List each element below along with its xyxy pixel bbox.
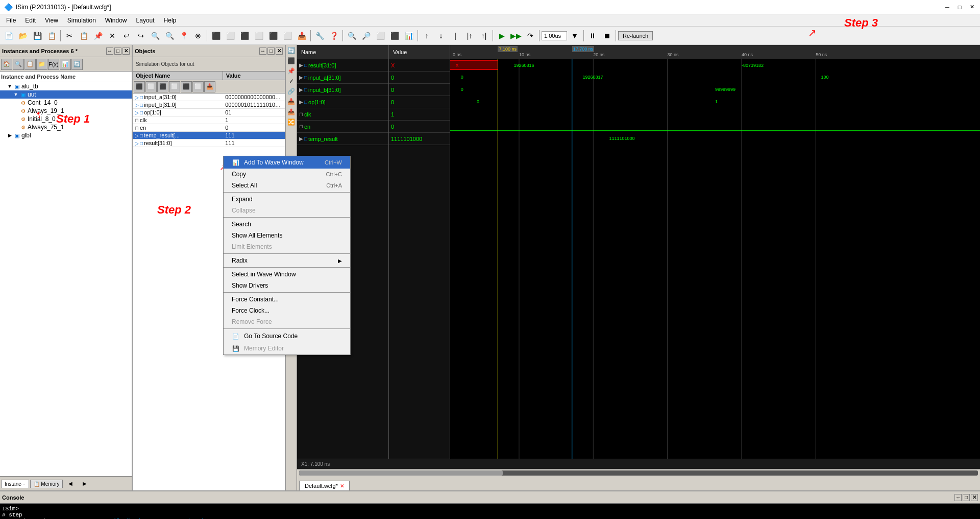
- zoom-sel[interactable]: ⬛: [388, 29, 401, 42]
- wave-tool6[interactable]: ⬜: [281, 29, 294, 42]
- instances-close-button[interactable]: ✕: [122, 48, 130, 55]
- inst-tool1[interactable]: 🏠: [1, 59, 12, 70]
- ctx-item-force-const[interactable]: Force Constant...: [224, 294, 350, 305]
- obj-tool3[interactable]: ⬛: [157, 81, 168, 92]
- ctx-item-expand[interactable]: Expand: [224, 194, 350, 205]
- undo-button[interactable]: ↩: [120, 29, 133, 42]
- wave-tool7[interactable]: 📥: [295, 29, 308, 42]
- wave-tool1[interactable]: ⬛: [209, 29, 223, 42]
- tab-memory[interactable]: 📋 Memory: [30, 480, 63, 488]
- nav-next[interactable]: ▶: [78, 477, 91, 490]
- obj-tool1[interactable]: ⬛: [134, 81, 145, 92]
- side-icon-4[interactable]: ✓: [287, 77, 296, 86]
- menu-help[interactable]: Help: [160, 16, 181, 25]
- ctx-item-search[interactable]: Search: [224, 219, 350, 230]
- inst-tool6[interactable]: 📊: [60, 59, 71, 70]
- objects-float-button[interactable]: ↔: [259, 48, 266, 55]
- instances-float-button[interactable]: ↔: [106, 48, 113, 55]
- menu-file[interactable]: File: [2, 16, 20, 25]
- side-icon-5[interactable]: 🔗: [287, 87, 296, 96]
- obj-row-input_a[interactable]: ▷ □ input_a[31:0] 00000000000000000...: [133, 93, 285, 101]
- console-max-button[interactable]: □: [963, 494, 970, 501]
- tab-instances[interactable]: Instanc···: [1, 480, 29, 488]
- inst-tool2[interactable]: 🔍: [13, 59, 24, 70]
- ctx-item-show-drivers[interactable]: Show Drivers: [224, 280, 350, 291]
- delete-button[interactable]: ✕: [106, 29, 119, 42]
- find-button[interactable]: 🔍: [149, 29, 162, 42]
- scrollbar-thumb[interactable]: [299, 470, 503, 476]
- zoom-in[interactable]: 🔍: [345, 29, 358, 42]
- obj-row-result[interactable]: ▷ □ result[31:0] 111: [133, 139, 285, 147]
- obj-tool6[interactable]: ⬜: [192, 81, 204, 92]
- open-button[interactable]: 📂: [16, 29, 30, 42]
- cut-button[interactable]: ✂: [63, 29, 76, 42]
- inst-tool5[interactable]: F(x): [48, 59, 59, 70]
- obj-row-input_b[interactable]: ▷ □ input_b[31:0] 00000010111110101...: [133, 101, 285, 109]
- obj-tool5[interactable]: ⬛: [181, 81, 192, 92]
- side-icon-1[interactable]: 🔄: [287, 46, 296, 55]
- tree-item-initial_8_0[interactable]: ⚙ Initial_8_0: [0, 115, 132, 123]
- expand-icon-alu_tb[interactable]: ▼: [7, 84, 12, 89]
- expand-icon-glbl[interactable]: ▶: [7, 133, 12, 138]
- wave-tool2[interactable]: ⬜: [224, 29, 237, 42]
- nav-prev[interactable]: ◀: [64, 477, 77, 490]
- ctx-item-select-all[interactable]: Select All Ctrl+A: [224, 180, 350, 191]
- menu-layout[interactable]: Layout: [132, 16, 159, 25]
- instances-max-button[interactable]: □: [114, 48, 121, 55]
- run-button[interactable]: ▶▶: [509, 29, 523, 42]
- pause-button[interactable]: ⏸: [586, 29, 599, 42]
- file-tab-close[interactable]: ✕: [340, 483, 344, 489]
- ctx-item-select-wave[interactable]: Select in Wave Window: [224, 269, 350, 280]
- minimize-button[interactable]: ─: [943, 3, 951, 11]
- menu-window[interactable]: Window: [101, 16, 131, 25]
- sig-expand-input_b[interactable]: ▶: [299, 87, 303, 92]
- sim-tool2[interactable]: ❓: [327, 29, 340, 42]
- console-controls[interactable]: ↔ □ ✕: [954, 494, 978, 501]
- menu-simulation[interactable]: Simulation: [63, 16, 100, 25]
- ctx-item-add-to-wave[interactable]: 📊 Add To Wave Window Ctrl+W: [224, 156, 350, 169]
- close-button[interactable]: ✕: [968, 3, 976, 11]
- marker-tool3[interactable]: ↑|: [477, 29, 491, 42]
- zoom-fit[interactable]: ⬜: [374, 29, 387, 42]
- console-float-button[interactable]: ↔: [954, 494, 962, 501]
- step-back[interactable]: ↑: [420, 29, 433, 42]
- new-button[interactable]: 📄: [2, 29, 15, 42]
- sim-time-input[interactable]: 1.00us: [542, 31, 567, 40]
- sig-expand-result[interactable]: ▶: [299, 62, 303, 68]
- ctx-item-radix[interactable]: Radix ▶: [224, 255, 350, 266]
- copy-button[interactable]: 📋: [77, 29, 90, 42]
- tree-item-uut[interactable]: ▼ ▣ uut: [0, 90, 132, 99]
- marker-tool2[interactable]: |↑: [463, 29, 476, 42]
- obj-row-temp_result[interactable]: ▷ □ temp_result[... 111: [133, 132, 285, 139]
- zoom-out[interactable]: 🔎: [359, 29, 373, 42]
- tree-item-always_19_1[interactable]: ⚙ Always_19_1: [0, 107, 132, 115]
- ctx-item-go-to-source[interactable]: 📄 Go To Source Code: [224, 330, 350, 342]
- menu-view[interactable]: View: [41, 16, 62, 25]
- tree-item-always_75_1[interactable]: ⚙ Always_75_1: [0, 123, 132, 131]
- obj-tool7[interactable]: 📥: [204, 81, 215, 92]
- expand-icon-uut[interactable]: ▼: [13, 92, 18, 97]
- obj-row-en[interactable]: ⊓ en 0: [133, 124, 285, 132]
- save-button[interactable]: 💾: [31, 29, 44, 42]
- step-button[interactable]: ↷: [524, 29, 537, 42]
- objects-panel-controls[interactable]: ↔ □ ✕: [259, 48, 283, 55]
- find2-button[interactable]: 🔍: [163, 29, 176, 42]
- side-icon-2[interactable]: ⬛: [287, 56, 296, 65]
- step-fwd[interactable]: ↓: [434, 29, 448, 42]
- inst-tool4[interactable]: 📁: [36, 59, 47, 70]
- side-icon-7[interactable]: 📤: [287, 107, 296, 116]
- wave-scrollbar[interactable]: [297, 469, 980, 476]
- tree-item-glbl[interactable]: ▶ ▣ glbl: [0, 131, 132, 139]
- inst-tool7[interactable]: 🔄: [71, 59, 83, 70]
- marker-tool[interactable]: |: [449, 29, 462, 42]
- ctx-item-force-clock[interactable]: Force Clock...: [224, 305, 350, 316]
- obj-tool2[interactable]: ⬜: [145, 81, 157, 92]
- paste-button[interactable]: 📌: [91, 29, 105, 42]
- time-dropdown[interactable]: ▼: [568, 29, 581, 42]
- maximize-button[interactable]: □: [955, 3, 964, 11]
- menu-edit[interactable]: Edit: [21, 16, 40, 25]
- stop-sim-button[interactable]: ⏹: [600, 29, 614, 42]
- wave-tool5[interactable]: ⬛: [266, 29, 280, 42]
- inst-tool3[interactable]: 📋: [24, 59, 36, 70]
- sig-expand-op[interactable]: ▶: [299, 99, 303, 105]
